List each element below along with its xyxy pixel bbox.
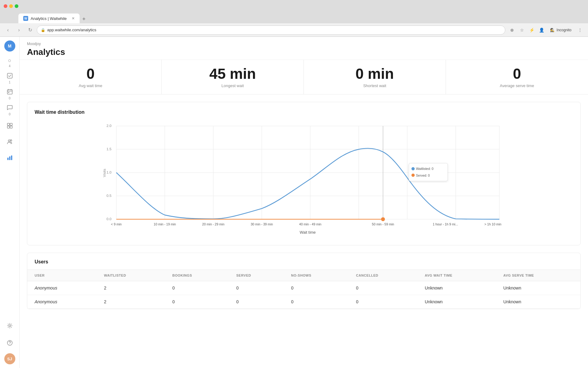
profile-icon[interactable]: 👤 — [537, 26, 546, 34]
stat-avg-wait: 0 Avg wait time — [20, 60, 162, 94]
tab-favicon: W — [23, 16, 28, 21]
table-row: Anonymous 2 0 0 0 0 Unknown Unknown — [27, 295, 580, 309]
page-title: Analytics — [27, 47, 581, 57]
extensions-icon[interactable]: ⚡ — [527, 26, 536, 34]
analytics-icon — [7, 155, 13, 162]
maximize-window-button[interactable] — [15, 4, 18, 8]
svg-text:1 hour - 1h 9 mi...: 1 hour - 1h 9 mi... — [433, 222, 458, 226]
close-window-button[interactable] — [4, 4, 7, 8]
sidebar-item-people[interactable] — [2, 135, 17, 150]
svg-text:Wait time: Wait time — [300, 230, 316, 235]
svg-rect-9 — [7, 158, 9, 160]
col-user: USER — [27, 270, 97, 281]
col-served: SERVED — [229, 270, 284, 281]
user-avatar[interactable]: SJ — [4, 353, 15, 364]
browser-titlebar — [0, 0, 588, 12]
svg-rect-0 — [7, 73, 12, 78]
team-icon — [7, 123, 13, 130]
sidebar-item-analytics[interactable] — [2, 151, 17, 166]
forward-button[interactable]: › — [15, 26, 23, 34]
toolbar-icons: ⊗ ☆ ⚡ 👤 🕵 Incognito ⋮ — [508, 26, 584, 34]
svg-text:50 min - 59 min: 50 min - 59 min — [372, 222, 394, 226]
cast-icon[interactable]: ⊗ — [508, 26, 516, 34]
main-content: Moodjoy Analytics 0 Avg wait time 45 min… — [20, 37, 588, 368]
avg-serve-cell: Unknown — [496, 295, 580, 309]
sidebar-bottom: SJ — [2, 319, 17, 364]
queue-icon: ○ — [8, 57, 11, 64]
sidebar-item-help[interactable] — [2, 336, 17, 351]
svg-point-7 — [8, 140, 10, 142]
avg-serve-cell: Unknown — [496, 281, 580, 295]
sidebar-item-calendar[interactable]: 0 — [2, 87, 17, 102]
svg-point-36 — [381, 217, 385, 221]
more-options-button[interactable]: ⋮ — [576, 26, 584, 34]
sidebar-item-team[interactable] — [2, 119, 17, 134]
svg-text:Served: 0: Served: 0 — [416, 173, 430, 177]
svg-text:1.0: 1.0 — [107, 170, 111, 174]
svg-rect-46 — [409, 163, 448, 181]
served-cell: 0 — [229, 281, 284, 295]
avg-wait-cell: Unknown — [417, 295, 496, 309]
users-table-title: Users — [27, 253, 580, 270]
help-icon — [7, 340, 13, 347]
incognito-icon: 🕵 — [550, 28, 555, 32]
tab-label: Analytics | Waitwhile — [31, 16, 67, 21]
svg-rect-2 — [8, 92, 9, 93]
svg-text:30 min - 39 min: 30 min - 39 min — [251, 222, 273, 226]
sidebar-item-chat[interactable]: 0 — [2, 103, 17, 118]
svg-point-49 — [412, 174, 415, 177]
svg-rect-5 — [7, 126, 9, 128]
tasks-count: 1 — [9, 81, 11, 84]
bookings-cell: 0 — [165, 295, 229, 309]
bookmark-icon[interactable]: ☆ — [518, 26, 526, 34]
longest-wait-label: Longest wait — [169, 83, 296, 88]
svg-rect-1 — [7, 90, 12, 94]
breadcrumb: Moodjoy — [27, 42, 581, 46]
avg-wait-cell: Unknown — [417, 281, 496, 295]
sidebar-item-queue[interactable]: ○ 4 — [2, 55, 17, 70]
sidebar-item-tasks[interactable]: 1 — [2, 71, 17, 86]
new-tab-button[interactable]: + — [80, 15, 88, 23]
cancelled-cell: 0 — [349, 295, 417, 309]
svg-rect-3 — [7, 123, 9, 125]
svg-text:20 min - 29 min: 20 min - 29 min — [202, 222, 224, 226]
avg-serve-label: Average serve time — [453, 83, 581, 88]
col-waitlisted: WAITLISTED — [97, 270, 165, 281]
user-name-cell: Anonymous — [27, 281, 97, 295]
chart-svg: 2.0 1.5 1.0 0.5 0.0 Visits — [35, 121, 573, 238]
org-avatar[interactable]: M — [4, 40, 15, 52]
chart-wrapper: 2.0 1.5 1.0 0.5 0.0 Visits — [35, 121, 573, 238]
incognito-badge: 🕵 Incognito — [547, 27, 575, 33]
reload-button[interactable]: ↻ — [26, 26, 34, 34]
queue-count: 4 — [9, 64, 11, 68]
minimize-window-button[interactable] — [9, 4, 13, 8]
col-avg-wait: AVG WAIT TIME — [417, 270, 496, 281]
avg-wait-value: 0 — [27, 66, 154, 82]
served-cell: 0 — [229, 295, 284, 309]
stat-longest-wait: 45 min Longest wait — [162, 60, 304, 94]
waitlisted-cell: 2 — [97, 281, 165, 295]
longest-wait-value: 45 min — [169, 66, 296, 82]
svg-point-12 — [9, 325, 11, 327]
stats-row: 0 Avg wait time 45 min Longest wait 0 mi… — [20, 60, 588, 94]
active-tab[interactable]: W Analytics | Waitwhile ✕ — [18, 13, 80, 23]
tab-close-button[interactable]: ✕ — [72, 16, 75, 21]
back-button[interactable]: ‹ — [4, 26, 12, 34]
calendar-icon — [7, 89, 13, 96]
waitlisted-cell: 2 — [97, 295, 165, 309]
address-bar[interactable]: 🔒 app.waitwhile.com/analytics — [37, 25, 505, 35]
no-shows-cell: 0 — [284, 295, 349, 309]
svg-rect-11 — [11, 155, 12, 160]
svg-text:1.5: 1.5 — [107, 147, 111, 151]
chart-section: Wait time distribution 2.0 1.5 1.0 0.5 0… — [27, 102, 581, 245]
table-row: Anonymous 2 0 0 0 0 Unknown Unknown — [27, 281, 580, 295]
svg-rect-10 — [9, 156, 10, 160]
shortest-wait-value: 0 min — [311, 66, 438, 82]
avg-serve-value: 0 — [453, 66, 581, 82]
check-icon — [7, 73, 13, 80]
svg-point-14 — [9, 344, 10, 344]
col-cancelled: CANCELLED — [349, 270, 417, 281]
cancelled-cell: 0 — [349, 281, 417, 295]
sidebar-item-settings[interactable] — [2, 319, 17, 334]
table-header-row: USER WAITLISTED BOOKINGS SERVED NO-SHOWS… — [27, 270, 580, 281]
